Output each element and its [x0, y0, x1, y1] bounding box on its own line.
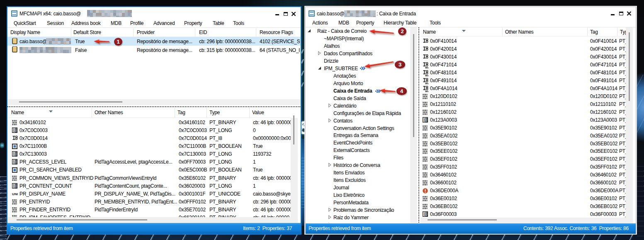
svg-text:UNI: UNI	[12, 192, 18, 196]
svg-text:MV: MV	[425, 74, 428, 76]
svg-text:2: 2	[423, 120, 425, 122]
svg-text:2: 2	[13, 162, 15, 165]
svg-text:2: 2	[13, 154, 15, 157]
svg-text:2: 2	[423, 214, 425, 217]
svg-text:MV: MV	[425, 90, 428, 92]
svg-text:2: 2	[13, 130, 15, 133]
svg-text:MV: MV	[425, 82, 428, 84]
svg-text:MV: MV	[425, 66, 428, 69]
svg-text:2: 2	[13, 186, 15, 189]
